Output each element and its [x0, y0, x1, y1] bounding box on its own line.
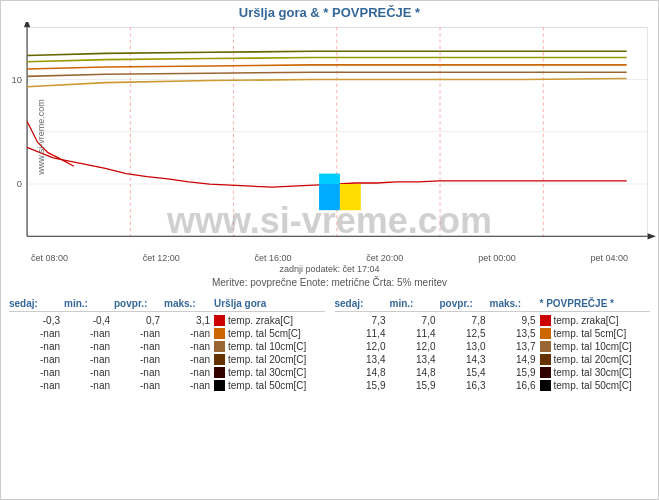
- table-row: 7,3 7,0 7,8 9,5 temp. zraka[C]: [335, 314, 651, 327]
- row-label: temp. zraka[C]: [228, 315, 325, 326]
- val-min: -nan: [64, 341, 114, 352]
- val-sedaj: 7,3: [335, 315, 390, 326]
- col-min-2: min.:: [390, 298, 440, 309]
- val-maks: -nan: [164, 341, 214, 352]
- val-povpr: 7,8: [440, 315, 490, 326]
- val-sedaj: 11,4: [335, 328, 390, 339]
- data-tables: sedaj: min.: povpr.: maks.: Uršlja gora …: [1, 292, 658, 396]
- val-sedaj: -nan: [9, 341, 64, 352]
- col-min-1: min.:: [64, 298, 114, 309]
- val-maks: 13,7: [490, 341, 540, 352]
- val-maks: 16,6: [490, 380, 540, 391]
- col-maks-2: maks.:: [490, 298, 540, 309]
- val-maks: 3,1: [164, 315, 214, 326]
- svg-rect-17: [340, 184, 361, 210]
- section1-header: sedaj: min.: povpr.: maks.: Uršlja gora: [9, 296, 325, 312]
- val-sedaj: 15,9: [335, 380, 390, 391]
- section2-rows: 7,3 7,0 7,8 9,5 temp. zraka[C] 11,4 11,4…: [335, 314, 651, 392]
- table-row: -nan -nan -nan -nan temp. tal 10cm[C]: [9, 340, 325, 353]
- table-row: -nan -nan -nan -nan temp. tal 20cm[C]: [9, 353, 325, 366]
- val-min: 15,9: [390, 380, 440, 391]
- val-sedaj: -nan: [9, 354, 64, 365]
- color-box: [540, 315, 551, 326]
- val-min: 7,0: [390, 315, 440, 326]
- val-povpr: -nan: [114, 328, 164, 339]
- chart-title: Uršlja gora & * POVPREČJE *: [1, 1, 658, 22]
- section2: sedaj: min.: povpr.: maks.: * POVPREČJE …: [335, 296, 651, 392]
- color-box: [214, 354, 225, 365]
- section2-title: * POVPREČJE *: [540, 298, 651, 309]
- table-row: 15,9 15,9 16,3 16,6 temp. tal 50cm[C]: [335, 379, 651, 392]
- col-sedaj-1: sedaj:: [9, 298, 64, 309]
- time-label: zadnji podatek: čet 17:04: [1, 263, 658, 275]
- val-maks: 15,9: [490, 367, 540, 378]
- val-sedaj: 12,0: [335, 341, 390, 352]
- val-min: -nan: [64, 354, 114, 365]
- section1-rows: -0,3 -0,4 0,7 3,1 temp. zraka[C] -nan -n…: [9, 314, 325, 392]
- val-maks: -nan: [164, 354, 214, 365]
- val-povpr: -nan: [114, 341, 164, 352]
- svg-text:10: 10: [11, 74, 21, 85]
- val-maks: 9,5: [490, 315, 540, 326]
- row-label: temp. tal 20cm[C]: [554, 354, 651, 365]
- svg-marker-15: [24, 22, 30, 27]
- x-tick-3: čet 16:00: [255, 253, 292, 263]
- table-row: -nan -nan -nan -nan temp. tal 5cm[C]: [9, 327, 325, 340]
- x-tick-2: čet 12:00: [143, 253, 180, 263]
- color-box: [214, 367, 225, 378]
- svg-marker-13: [648, 233, 656, 239]
- val-sedaj: -nan: [9, 380, 64, 391]
- val-povpr: 12,5: [440, 328, 490, 339]
- col-povpr-1: povpr.:: [114, 298, 164, 309]
- table-row: -nan -nan -nan -nan temp. tal 30cm[C]: [9, 366, 325, 379]
- row-label: temp. tal 20cm[C]: [228, 354, 325, 365]
- chart-svg: 0 10: [1, 22, 658, 252]
- val-povpr: -nan: [114, 380, 164, 391]
- x-tick-4: čet 20:00: [366, 253, 403, 263]
- col-povpr-2: povpr.:: [440, 298, 490, 309]
- val-povpr: 14,3: [440, 354, 490, 365]
- val-sedaj: -0,3: [9, 315, 64, 326]
- table-row: 11,4 11,4 12,5 13,5 temp. tal 5cm[C]: [335, 327, 651, 340]
- side-label: www.si-vreme.com: [36, 99, 46, 175]
- val-povpr: -nan: [114, 367, 164, 378]
- val-sedaj: 14,8: [335, 367, 390, 378]
- color-box: [540, 341, 551, 352]
- row-label: temp. tal 5cm[C]: [228, 328, 325, 339]
- val-min: -nan: [64, 380, 114, 391]
- svg-rect-18: [319, 174, 340, 184]
- val-min: 12,0: [390, 341, 440, 352]
- val-povpr: -nan: [114, 354, 164, 365]
- section2-header: sedaj: min.: povpr.: maks.: * POVPREČJE …: [335, 296, 651, 312]
- val-maks: -nan: [164, 328, 214, 339]
- x-tick-6: pet 04:00: [590, 253, 628, 263]
- val-min: -nan: [64, 328, 114, 339]
- row-label: temp. tal 5cm[C]: [554, 328, 651, 339]
- val-maks: -nan: [164, 367, 214, 378]
- val-sedaj: 13,4: [335, 354, 390, 365]
- table-row: -nan -nan -nan -nan temp. tal 50cm[C]: [9, 379, 325, 392]
- table-row: 13,4 13,4 14,3 14,9 temp. tal 20cm[C]: [335, 353, 651, 366]
- row-label: temp. tal 10cm[C]: [554, 341, 651, 352]
- table-row: 12,0 12,0 13,0 13,7 temp. tal 10cm[C]: [335, 340, 651, 353]
- table-row: -0,3 -0,4 0,7 3,1 temp. zraka[C]: [9, 314, 325, 327]
- val-sedaj: -nan: [9, 328, 64, 339]
- color-box: [214, 315, 225, 326]
- row-label: temp. tal 10cm[C]: [228, 341, 325, 352]
- color-box: [214, 380, 225, 391]
- row-label: temp. tal 30cm[C]: [554, 367, 651, 378]
- val-min: 11,4: [390, 328, 440, 339]
- color-box: [214, 328, 225, 339]
- table-row: 14,8 14,8 15,4 15,9 temp. tal 30cm[C]: [335, 366, 651, 379]
- color-box: [214, 341, 225, 352]
- color-box: [540, 380, 551, 391]
- val-povpr: 0,7: [114, 315, 164, 326]
- val-min: -nan: [64, 367, 114, 378]
- chart-area: www.si-vreme.com 0 10: [1, 22, 658, 252]
- row-label: temp. tal 50cm[C]: [228, 380, 325, 391]
- svg-text:0: 0: [17, 178, 22, 189]
- svg-rect-16: [319, 184, 340, 210]
- row-label: temp. tal 30cm[C]: [228, 367, 325, 378]
- val-sedaj: -nan: [9, 367, 64, 378]
- x-axis-labels: čet 08:00 čet 12:00 čet 16:00 čet 20:00 …: [1, 252, 658, 263]
